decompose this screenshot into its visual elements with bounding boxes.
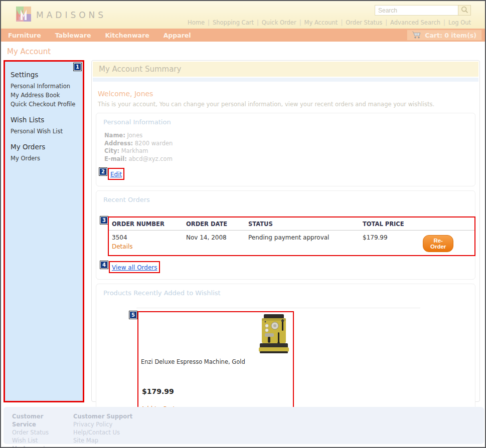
- nav-separator: [208, 19, 210, 26]
- footer-column-title: Customer Support: [73, 412, 143, 420]
- product-price: $179.99: [142, 387, 174, 395]
- mini-cart-label: Cart: 0 item(s): [425, 32, 476, 39]
- header: MADISONS Home Shopping Cart Quick Order …: [1, 1, 485, 29]
- orders-table: ORDER NUMBER ORDER DATE STATUS TOTAL PRI…: [108, 216, 475, 256]
- sidebar-group-my-orders: My Orders My Orders: [11, 143, 83, 163]
- footer-column-title: Customer Service: [12, 412, 62, 428]
- field-address: Address: 8200 warden: [104, 140, 469, 148]
- order-status: Pending payment approval: [248, 234, 363, 241]
- mini-cart-button[interactable]: Cart: 0 item(s): [407, 30, 482, 41]
- sidebar-item-my-orders[interactable]: My Orders: [11, 154, 83, 163]
- personal-information-fields: Name: Jones Address: 8200 warden City: M…: [104, 132, 469, 163]
- edit-link[interactable]: Edit: [110, 171, 122, 178]
- reorder-button[interactable]: Re-Order: [423, 235, 453, 252]
- order-row: 3504 Details Nov 14, 2008 Pending paymen…: [109, 231, 474, 255]
- view-all-orders-link[interactable]: View all Orders: [112, 264, 157, 271]
- account-summary-panel: My Account Summary Welcome, Jones This i…: [91, 60, 480, 402]
- utility-nav: Home Shopping Cart Quick Order My Accoun…: [188, 19, 471, 26]
- orders-table-header: ORDER NUMBER ORDER DATE STATUS TOTAL PRI…: [109, 217, 474, 231]
- divider-strip: [93, 78, 478, 82]
- annotation-badge-2: 2: [99, 168, 107, 175]
- footer: Customer Service Order Status Wish List …: [4, 407, 484, 444]
- nav-separator: [341, 19, 343, 26]
- order-date: Nov 14, 2008: [186, 234, 248, 241]
- wishlist-divider-top: [136, 308, 420, 308]
- sidebar-group-wish-lists: Wish Lists Personal Wish List: [11, 116, 83, 136]
- field-city: City: Markham: [104, 147, 469, 155]
- sidebar-item-personal-wish-list[interactable]: Personal Wish List: [11, 127, 83, 136]
- account-sidebar: 1 Settings Personal Information My Addre…: [4, 60, 84, 402]
- order-actions-cell: Re-Order: [423, 234, 474, 252]
- sidebar-item-quick-checkout-profile[interactable]: Quick Checkout Profile: [11, 100, 83, 109]
- sidebar-group-title: Settings: [11, 71, 83, 79]
- sidebar-group-settings: Settings Personal Information My Address…: [11, 71, 83, 109]
- footer-link-privacy-policy[interactable]: Privacy Policy: [73, 420, 143, 428]
- intro-text: This is your account, You can change you…: [98, 101, 479, 108]
- cart-icon: [412, 31, 421, 39]
- footer-link-site-map[interactable]: Site Map: [73, 436, 143, 444]
- recent-orders-section: Recent Orders 3 ORDER NUMBER ORDER DATE …: [96, 190, 475, 280]
- footer-link-help-contact-us[interactable]: Help/Contact Us: [73, 428, 143, 436]
- nav-separator: [299, 19, 301, 26]
- welcome-heading: Welcome, Jones: [98, 90, 479, 98]
- annotation-badge-4: 4: [100, 261, 108, 269]
- nav-separator: [385, 19, 387, 26]
- col-status: STATUS: [248, 220, 363, 228]
- brand-logo[interactable]: MADISONS: [16, 7, 106, 24]
- sidebar-item-personal-information[interactable]: Personal Information: [11, 82, 83, 91]
- sidebar-group-title: My Orders: [11, 143, 83, 151]
- madisons-logo-icon: [16, 7, 31, 24]
- category-furniture[interactable]: Furniture: [8, 32, 41, 39]
- nav-separator: [257, 19, 259, 26]
- category-nav: Furniture Tableware Kitchenware Apparel …: [1, 29, 485, 42]
- order-number-cell: 3504 Details: [112, 234, 186, 250]
- nav-shopping-cart[interactable]: Shopping Cart: [213, 19, 254, 26]
- col-actions: [423, 220, 474, 228]
- espresso-machine-image: [257, 314, 290, 356]
- personal-information-title: Personal Information: [103, 118, 469, 126]
- footer-link-wish-list[interactable]: Wish List: [12, 436, 62, 444]
- footer-customer-support: Customer Support Privacy Policy Help/Con…: [73, 412, 143, 444]
- page-frame: MADISONS Home Shopping Cart Quick Order …: [0, 0, 486, 448]
- sidebar-group-title: Wish Lists: [11, 116, 83, 124]
- category-tableware[interactable]: Tableware: [55, 32, 91, 39]
- summary-title-bar: My Account Summary: [93, 62, 478, 77]
- search-input[interactable]: [375, 5, 458, 16]
- recent-orders-title: Recent Orders: [103, 196, 469, 203]
- edit-highlight-box: Edit: [108, 168, 124, 180]
- order-total-price: $179.99: [363, 234, 423, 241]
- annotation-badge-1: 1: [74, 63, 81, 71]
- nav-quick-order[interactable]: Quick Order: [262, 19, 296, 26]
- view-all-annotated-row: 4 View all Orders: [100, 261, 469, 273]
- search-button[interactable]: [458, 5, 471, 16]
- sidebar-item-my-address-book[interactable]: My Address Book: [11, 91, 83, 100]
- wishlist-annotated-row: 5: [129, 311, 469, 420]
- search-icon: [461, 6, 468, 15]
- nav-advanced-search[interactable]: Advanced Search: [390, 19, 440, 26]
- breadcrumb-page-title: My Account: [7, 47, 51, 56]
- personal-information-section: Personal Information Name: Jones Address…: [96, 113, 475, 186]
- nav-separator: [443, 19, 445, 26]
- category-apparel[interactable]: Apparel: [164, 32, 191, 39]
- order-details-link[interactable]: Details: [112, 243, 133, 250]
- footer-customer-service: Customer Service Order Status Wish List …: [12, 412, 62, 444]
- category-kitchenware[interactable]: Kitchenware: [105, 32, 149, 39]
- col-total-price: TOTAL PRICE: [363, 220, 423, 228]
- brand-name: MADISONS: [36, 10, 106, 20]
- annotation-badge-5: 5: [129, 311, 137, 319]
- nav-log-out[interactable]: Log Out: [448, 19, 471, 26]
- wishlist-product-card: Enzi Deluxe Espresso Machine, Gold $179.…: [137, 311, 294, 420]
- view-all-highlight-box: View all Orders: [109, 261, 160, 273]
- nav-my-account[interactable]: My Account: [304, 19, 338, 26]
- footer-link-my-account[interactable]: My Account: [12, 444, 62, 448]
- edit-annotated-row: 2 Edit: [99, 168, 469, 180]
- annotation-badge-3: 3: [100, 216, 108, 224]
- nav-home[interactable]: Home: [188, 19, 205, 26]
- wishlist-title: Products Recently Added to Wishlist: [103, 289, 469, 297]
- footer-link-order-status[interactable]: Order Status: [12, 428, 62, 436]
- orders-annotated-row: 3 ORDER NUMBER ORDER DATE STATUS TOTAL P…: [100, 216, 469, 256]
- product-name[interactable]: Enzi Deluxe Espresso Machine, Gold: [141, 358, 245, 365]
- field-email: E-mail: abcd@xyz.com: [104, 155, 469, 163]
- col-order-date: ORDER DATE: [186, 220, 248, 228]
- nav-order-status[interactable]: Order Status: [346, 19, 382, 26]
